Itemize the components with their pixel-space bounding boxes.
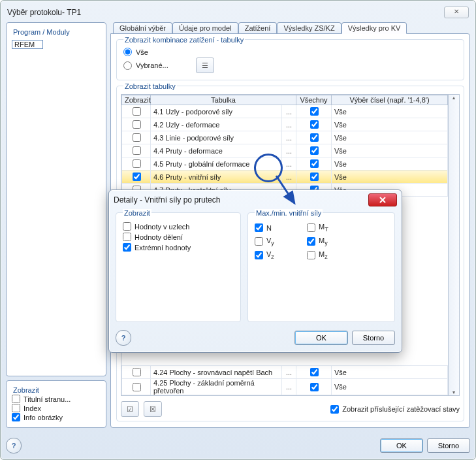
module-item[interactable]: RFEM (12, 40, 43, 49)
row-all-checkbox[interactable] (310, 383, 319, 391)
chk-mz[interactable]: Mz (307, 250, 359, 260)
tab-vysledky-zs-kz[interactable]: Výsledky ZS/KZ (277, 22, 341, 34)
row-selection[interactable]: Vše (332, 379, 448, 395)
row-name: 4.5 Pruty - globální deformace (151, 157, 282, 171)
chk-n[interactable]: N (255, 223, 307, 233)
tab-udaje-pro-model[interactable]: Údaje pro model (172, 22, 238, 34)
row-details-button[interactable]: ... (281, 171, 296, 184)
section-tables-footer: ☑ ☒ Zobrazit příslušející zatěžovací sta… (121, 401, 460, 417)
chk-extremni[interactable]: Extrémní hodnoty (123, 243, 234, 252)
modal-maxmin-title: Max./min. vnitřní síly (255, 209, 323, 217)
select-all-button[interactable]: ☑ (121, 401, 139, 417)
chk-hodnoty-deleni[interactable]: Hodnoty dělení (123, 233, 234, 241)
table-row[interactable]: 4.5 Pruty - globální deformace...Vše (122, 157, 448, 171)
tabstrip: Globální výběr Údaje pro model Zatížení … (110, 22, 470, 34)
row-show-checkbox[interactable] (133, 146, 141, 155)
col-zobrazit: Zobrazit (122, 95, 151, 105)
chk-info-obrazky[interactable]: Info obrázky (12, 413, 101, 421)
radio-vybrane[interactable]: Vybrané... (123, 61, 168, 70)
row-name: 4.1 Uzly - podporové síly (151, 105, 282, 118)
chk-titulni-stranu[interactable]: Titulní stranu... (12, 395, 101, 403)
chk-my[interactable]: My (307, 237, 359, 246)
section-tables-title: Zobrazit tabulky (123, 82, 177, 90)
row-show-checkbox[interactable] (133, 120, 141, 129)
program-modules-title: Program / Moduly (12, 28, 101, 36)
section-combos: Zobrazit kombinace zatížení - tabulky Vš… (116, 39, 464, 80)
table-row[interactable]: 4.4 Pruty - deformace...Vše (122, 144, 448, 157)
modal-zobrazit-title: Zobrazit (123, 209, 151, 217)
chk-hodnoty-uzlech[interactable]: Hodnoty v uzlech (123, 222, 234, 231)
table-row[interactable]: 4.1 Uzly - podporové síly...Vše (122, 105, 448, 118)
chk-mt[interactable]: MT (307, 223, 359, 233)
tab-zatizeni[interactable]: Zatížení (238, 22, 278, 34)
modal-title: Detaily - Vnitřní síly po prutech (114, 195, 220, 205)
modal-close-button[interactable] (368, 193, 397, 206)
modal-storno-button[interactable]: Storno (352, 331, 395, 345)
main-storno-button[interactable]: Storno (427, 438, 470, 453)
row-show-checkbox[interactable] (133, 133, 141, 142)
col-vyber: Výběr čísel (např. '1-4,8') (332, 95, 448, 105)
table-row[interactable]: 4.6 Pruty - vnitřní síly...Vše (122, 171, 448, 184)
table-row[interactable]: 4.3 Linie - podporové síly...Vše (122, 131, 448, 144)
row-selection[interactable]: Vše (332, 131, 448, 144)
row-name: 4.2 Uzly - deformace (151, 118, 282, 131)
radio-vse[interactable]: Vše (123, 48, 457, 56)
row-details-button[interactable]: ... (281, 105, 296, 118)
row-show-checkbox[interactable] (133, 383, 141, 391)
row-details-button[interactable]: ... (281, 131, 296, 144)
row-all-checkbox[interactable] (310, 368, 319, 376)
row-selection[interactable]: Vše (332, 171, 448, 184)
row-all-checkbox[interactable] (310, 133, 319, 142)
chk-show-load-cases[interactable]: Zobrazit příslušející zatěžovací stavy (330, 405, 460, 414)
chk-vy[interactable]: Vy (255, 237, 307, 246)
table-row[interactable]: 4.25 Plochy - základní poměrná přetvořen… (122, 379, 448, 395)
help-icon: ? (121, 334, 126, 342)
list-icon: ☰ (202, 61, 208, 70)
row-name: 4.6 Pruty - vnitřní síly (151, 171, 282, 184)
tab-globalni-vyber[interactable]: Globální výběr (113, 22, 172, 34)
row-name: 4.24 Plochy - srovnávací napětí Bach (151, 366, 282, 379)
table-row[interactable]: 4.24 Plochy - srovnávací napětí Bach...V… (122, 366, 448, 379)
grid-scrollbar[interactable] (449, 94, 460, 396)
row-details-button[interactable]: ... (281, 379, 296, 395)
row-name: 4.25 Plochy - základní poměrná přetvořen (151, 379, 282, 395)
deselect-all-button[interactable]: ☒ (144, 401, 162, 417)
row-all-checkbox[interactable] (310, 159, 319, 168)
pick-selection-button[interactable]: ☰ (196, 58, 214, 73)
row-details-button[interactable]: ... (281, 144, 296, 157)
details-modal: Detaily - Vnitřní síly po prutech Zobraz… (108, 189, 402, 353)
tab-vysledky-pro-kv[interactable]: Výsledky pro KV (341, 22, 407, 34)
row-all-checkbox[interactable] (310, 172, 319, 181)
row-all-checkbox[interactable] (310, 107, 319, 116)
window-title: Výběr protokolu- TP1 (7, 8, 81, 17)
window-close-button[interactable]: ✕ (444, 7, 469, 18)
row-show-checkbox[interactable] (133, 368, 141, 376)
main-window: Výběr protokolu- TP1 ✕ Program / Moduly … (0, 0, 476, 460)
row-selection[interactable]: Vše (332, 105, 448, 118)
modal-ok-button[interactable]: OK (294, 331, 348, 345)
row-selection[interactable]: Vše (332, 157, 448, 171)
table-row[interactable]: 4.2 Uzly - deformace...Vše (122, 118, 448, 131)
help-button[interactable]: ? (6, 438, 22, 453)
window-titlebar: Výběr protokolu- TP1 ✕ (6, 5, 470, 22)
chk-index[interactable]: Index (12, 404, 101, 412)
program-modules-panel: Program / Moduly RFEM (6, 22, 106, 376)
row-selection[interactable]: Vše (332, 144, 448, 157)
row-all-checkbox[interactable] (310, 146, 319, 155)
modal-help-button[interactable]: ? (116, 330, 131, 346)
row-details-button[interactable]: ... (281, 157, 296, 171)
row-selection[interactable]: Vše (332, 366, 448, 379)
row-show-checkbox[interactable] (133, 172, 141, 181)
row-name: 4.3 Linie - podporové síly (151, 131, 282, 144)
zobrazit-panel: Zobrazit Titulní stranu... Index Info ob… (6, 380, 106, 428)
chk-vz[interactable]: Vz (255, 250, 307, 260)
main-ok-button[interactable]: OK (380, 438, 423, 453)
row-show-checkbox[interactable] (133, 159, 141, 168)
section-combos-title: Zobrazit kombinace zatížení - tabulky (123, 36, 245, 44)
row-details-button[interactable]: ... (281, 118, 296, 131)
row-details-button[interactable]: ... (281, 366, 296, 379)
row-all-checkbox[interactable] (310, 120, 319, 129)
row-show-checkbox[interactable] (133, 107, 141, 116)
row-selection[interactable]: Vše (332, 118, 448, 131)
uncheckall-icon: ☒ (150, 405, 156, 414)
